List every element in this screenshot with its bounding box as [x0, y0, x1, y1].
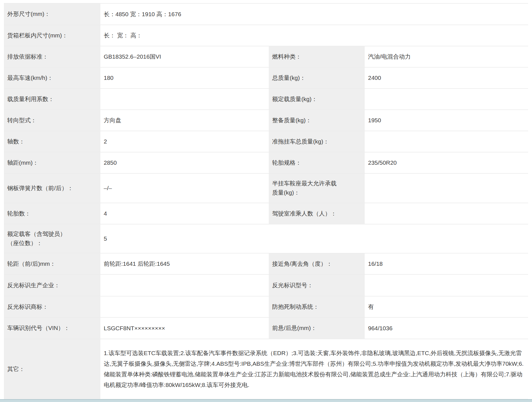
spec-label-cell: 反光标识生产企业：	[4, 274, 100, 296]
spec-row: 货箱栏板内尺寸(mm)： 长： 宽： 高：	[4, 25, 528, 46]
spec-label-cell: 反光标识型号：	[269, 274, 365, 296]
spec-row: 轮胎数： 4 驾驶室准乘人数（人）：	[4, 203, 528, 224]
spec-value-cell	[365, 131, 528, 152]
spec-label-cell: 总质量(kg)：	[269, 67, 365, 88]
spec-label-cell: 额定载客（含驾驶员） （座位数）：	[4, 224, 100, 253]
vehicle-spec-table: 外形尺寸(mm)： 长：4850 宽：1910 高：1676 货箱栏板内尺寸(m…	[4, 3, 528, 399]
spec-label-cell: 最高车速(km/h)：	[4, 67, 100, 88]
spec-value-cell	[100, 296, 269, 317]
spec-row: 最高车速(km/h)： 180 总质量(kg)： 2400	[4, 67, 528, 88]
spec-other-notes: 1.该车型可选装ETC车载装置;2.该车配备汽车事件数据记录系统（EDR）;3.…	[100, 339, 528, 399]
spec-value-cell	[365, 173, 528, 203]
spec-row: 轴距(mm)： 2850 轮胎规格： 235/50R20	[4, 152, 528, 173]
spec-label-cell: 轮距（前/后)mm：	[4, 253, 100, 274]
spec-value-cell: 5	[100, 224, 528, 253]
spec-label-cell: 防抱死制动系统：	[269, 296, 365, 317]
spec-value-cell: 2400	[365, 67, 528, 88]
spec-row: 排放依据标准： GB18352.6–2016国VI 燃料种类： 汽油/电混合动力	[4, 46, 528, 67]
spec-label-cell: 半挂车鞍座最大允许承载 质量(kg)：	[269, 173, 365, 203]
spec-value-cell: 1950	[365, 110, 528, 131]
spec-label-cell: 转向型式：	[4, 110, 100, 131]
spec-label-cell: 排放依据标准：	[4, 46, 100, 67]
spec-label-cell: 轴距(mm)：	[4, 152, 100, 173]
spec-row: 额定载客（含驾驶员） （座位数）： 5	[4, 224, 528, 253]
spec-row: 载质量利用系数： 额定载质量(kg)：	[4, 88, 528, 110]
spec-label-cell: 反光标识商标：	[4, 296, 100, 317]
spec-value-cell: –/–	[100, 173, 269, 203]
spec-value-cell	[365, 203, 528, 224]
spec-value-cell: 方向盘	[100, 110, 269, 131]
spec-label-cell: 钢板弹簧片数（前/后）：	[4, 173, 100, 203]
spec-value-cell	[100, 274, 269, 296]
spec-value-cell	[365, 88, 528, 110]
spec-label-cell: 轮胎数：	[4, 203, 100, 224]
spec-value-cell: 2	[100, 131, 269, 152]
spec-row: 反光标识生产企业： 反光标识型号：	[4, 274, 528, 296]
spec-value-cell: 有	[365, 296, 528, 317]
spec-value-cell: 16/18	[365, 253, 528, 274]
spec-label-cell: 车辆识别代号（VIN）：	[4, 317, 100, 339]
spec-row: 钢板弹簧片数（前/后）： –/– 半挂车鞍座最大允许承载 质量(kg)：	[4, 173, 528, 203]
spec-value-cell: 汽油/电混合动力	[365, 46, 528, 67]
spec-row: 转向型式： 方向盘 整备质量(kg)： 1950	[4, 110, 528, 131]
spec-value-cell: 4	[100, 203, 269, 224]
spec-label-cell: 货箱栏板内尺寸(mm)：	[4, 25, 100, 46]
spec-row: 反光标识商标： 防抱死制动系统： 有	[4, 296, 528, 317]
spec-label-cell: 轮胎规格：	[269, 152, 365, 173]
spec-value-cell: LSGCF8NT×××××××××	[100, 317, 269, 339]
spec-row: 外形尺寸(mm)： 长：4850 宽：1910 高：1676	[4, 3, 528, 25]
spec-label-cell: 轴数：	[4, 131, 100, 152]
spec-label-cell: 前悬/后悬(mm)：	[269, 317, 365, 339]
spec-value-cell: GB18352.6–2016国VI	[100, 46, 269, 67]
spec-row: 轮距（前/后)mm： 前轮距:1641 后轮距:1645 接近角/离去角（度）：…	[4, 253, 528, 274]
spec-row: 轴数： 2 准拖挂车总质量(kg)：	[4, 131, 528, 152]
spec-label-cell: 燃料种类：	[269, 46, 365, 67]
spec-value-cell: 前轮距:1641 后轮距:1645	[100, 253, 269, 274]
spec-value-cell: 964/1036	[365, 317, 528, 339]
spec-value-cell: 235/50R20	[365, 152, 528, 173]
spec-label-cell: 其它：	[4, 339, 100, 399]
spec-label-cell: 接近角/离去角（度）：	[269, 253, 365, 274]
spec-label-cell: 载质量利用系数：	[4, 88, 100, 110]
spec-value-cell	[365, 274, 528, 296]
spec-label-cell: 整备质量(kg)：	[269, 110, 365, 131]
spec-label-cell: 驾驶室准乘人数（人）：	[269, 203, 365, 224]
spec-label-cell: 准拖挂车总质量(kg)：	[269, 131, 365, 152]
spec-label-cell: 额定载质量(kg)：	[269, 88, 365, 110]
spec-value-cell: 长：4850 宽：1910 高：1676	[100, 3, 528, 25]
spec-value-cell: 2850	[100, 152, 269, 173]
spec-row-other: 其它： 1.该车型可选装ETC车载装置;2.该车配备汽车事件数据记录系统（EDR…	[4, 339, 528, 399]
spec-value-cell: 长： 宽： 高：	[100, 25, 528, 46]
spec-value-cell: 180	[100, 67, 269, 88]
spec-row: 车辆识别代号（VIN）： LSGCF8NT××××××××× 前悬/后悬(mm)…	[4, 317, 528, 339]
spec-value-cell	[100, 88, 269, 110]
spec-label-cell: 外形尺寸(mm)：	[4, 3, 100, 25]
bottom-edge-strip	[0, 399, 532, 402]
